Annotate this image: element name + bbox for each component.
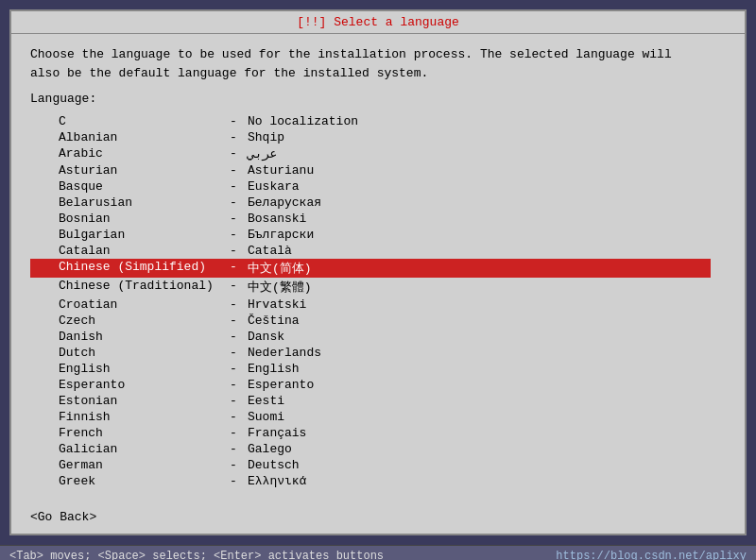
- lang-dash: -: [219, 458, 248, 472]
- lang-native: Euskara: [248, 179, 711, 194]
- lang-native: عربي: [248, 146, 711, 161]
- lang-native: Eesti: [248, 394, 711, 408]
- lang-name: Galician: [30, 442, 219, 456]
- lang-name: Belarusian: [30, 195, 219, 210]
- lang-name: C: [30, 114, 219, 128]
- lang-dash: -: [219, 314, 248, 328]
- list-item[interactable]: Galician-Galego: [30, 441, 711, 457]
- list-item[interactable]: Danish-Dansk: [30, 329, 711, 345]
- lang-native: No localization: [248, 114, 711, 128]
- lang-name: Bulgarian: [30, 228, 219, 242]
- lang-dash: -: [219, 394, 248, 408]
- title-bar: [!!] Select a language: [11, 11, 745, 34]
- lang-native: Ελληνικά: [248, 474, 711, 488]
- lang-name: Finnish: [30, 410, 219, 424]
- list-item[interactable]: Belarusian-Беларуская: [30, 195, 711, 211]
- list-item[interactable]: Czech-Čeština: [30, 313, 711, 329]
- lang-name: Catalan: [30, 244, 219, 258]
- lang-native: Esperanto: [248, 378, 711, 392]
- language-label: Language:: [30, 92, 726, 106]
- list-item[interactable]: Chinese (Simplified)-中文(简体): [30, 259, 711, 278]
- list-item[interactable]: Catalan-Català: [30, 243, 711, 259]
- lang-dash: -: [219, 146, 248, 161]
- list-item[interactable]: Albanian-Shqip: [30, 129, 711, 145]
- lang-dash: -: [219, 346, 248, 360]
- list-item[interactable]: Chinese (Traditional)-中文(繁體): [30, 278, 711, 297]
- lang-dash: -: [219, 297, 248, 312]
- list-item[interactable]: Bosnian-Bosanski: [30, 211, 711, 227]
- lang-native: Deutsch: [248, 458, 711, 472]
- lang-name: Asturian: [30, 163, 219, 178]
- list-item[interactable]: Esperanto-Esperanto: [30, 377, 711, 393]
- lang-name: Esperanto: [30, 378, 219, 392]
- list-item[interactable]: Estonian-Eesti: [30, 393, 711, 409]
- lang-dash: -: [219, 426, 248, 440]
- description-line1: Choose the language to be used for the i…: [30, 45, 726, 64]
- list-item[interactable]: Dutch-Nederlands: [30, 345, 711, 361]
- lang-name: Chinese (Simplified): [30, 260, 219, 277]
- lang-name: Greek: [30, 474, 219, 488]
- lang-native: Čeština: [248, 314, 711, 328]
- lang-name: Arabic: [30, 146, 219, 161]
- lang-native: Dansk: [248, 330, 711, 344]
- lang-dash: -: [219, 114, 248, 128]
- lang-native: Català: [248, 244, 711, 258]
- lang-name: Danish: [30, 330, 219, 344]
- lang-native: Bosanski: [248, 212, 711, 226]
- lang-name: French: [30, 426, 219, 440]
- lang-native: English: [248, 362, 711, 376]
- content-area: Choose the language to be used for the i…: [11, 34, 745, 501]
- lang-name: Estonian: [30, 394, 219, 408]
- list-item[interactable]: Arabic-عربي: [30, 145, 711, 162]
- lang-native: Беларуская: [248, 195, 711, 210]
- list-item[interactable]: French-Français: [30, 425, 711, 441]
- language-list[interactable]: C-No localizationAlbanian-ShqipArabic-عر…: [30, 113, 726, 489]
- lang-dash: -: [219, 330, 248, 344]
- lang-dash: -: [219, 163, 248, 178]
- lang-dash: -: [219, 212, 248, 226]
- language-list-container: C-No localizationAlbanian-ShqipArabic-عر…: [30, 113, 726, 489]
- main-window: [!!] Select a language Choose the langua…: [9, 9, 747, 535]
- lang-name: Chinese (Traditional): [30, 279, 219, 296]
- lang-dash: -: [219, 228, 248, 242]
- lang-name: Croatian: [30, 297, 219, 312]
- lang-native: Français: [248, 426, 711, 440]
- title-text: [!!] Select a language: [297, 15, 459, 29]
- lang-dash: -: [219, 195, 248, 210]
- go-back-button[interactable]: <Go Back>: [30, 510, 96, 524]
- list-item[interactable]: English-English: [30, 361, 711, 377]
- description-line2: also be the default language for the ins…: [30, 64, 726, 83]
- lang-dash: -: [219, 279, 248, 296]
- lang-name: Bosnian: [30, 212, 219, 226]
- lang-dash: -: [219, 442, 248, 456]
- list-item[interactable]: Greek-Ελληνικά: [30, 473, 711, 489]
- lang-native: Nederlands: [248, 346, 711, 360]
- list-item[interactable]: Finnish-Suomi: [30, 409, 711, 425]
- lang-native: Asturianu: [248, 163, 711, 178]
- status-left: <Tab> moves; <Space> selects; <Enter> ac…: [9, 550, 384, 560]
- list-item[interactable]: Asturian-Asturianu: [30, 162, 711, 178]
- lang-dash: -: [219, 260, 248, 277]
- list-item[interactable]: Bulgarian-Български: [30, 227, 711, 243]
- lang-dash: -: [219, 179, 248, 194]
- lang-native: Hrvatski: [248, 297, 711, 312]
- list-item[interactable]: Croatian-Hrvatski: [30, 297, 711, 313]
- list-item[interactable]: C-No localization: [30, 113, 711, 129]
- list-item[interactable]: Basque-Euskara: [30, 178, 711, 195]
- lang-name: Czech: [30, 314, 219, 328]
- lang-dash: -: [219, 362, 248, 376]
- list-item[interactable]: German-Deutsch: [30, 457, 711, 473]
- lang-name: Dutch: [30, 346, 219, 360]
- lang-dash: -: [219, 410, 248, 424]
- lang-native: Galego: [248, 442, 711, 456]
- status-right: https://blog.csdn.net/aplixy: [556, 550, 747, 560]
- description: Choose the language to be used for the i…: [30, 45, 726, 82]
- lang-native: Български: [248, 228, 711, 242]
- lang-native: 中文(简体): [248, 260, 711, 277]
- lang-dash: -: [219, 130, 248, 144]
- lang-dash: -: [219, 378, 248, 392]
- go-back-area: <Go Back>: [11, 501, 745, 534]
- status-bar: <Tab> moves; <Space> selects; <Enter> ac…: [0, 545, 756, 560]
- lang-dash: -: [219, 474, 248, 488]
- lang-name: English: [30, 362, 219, 376]
